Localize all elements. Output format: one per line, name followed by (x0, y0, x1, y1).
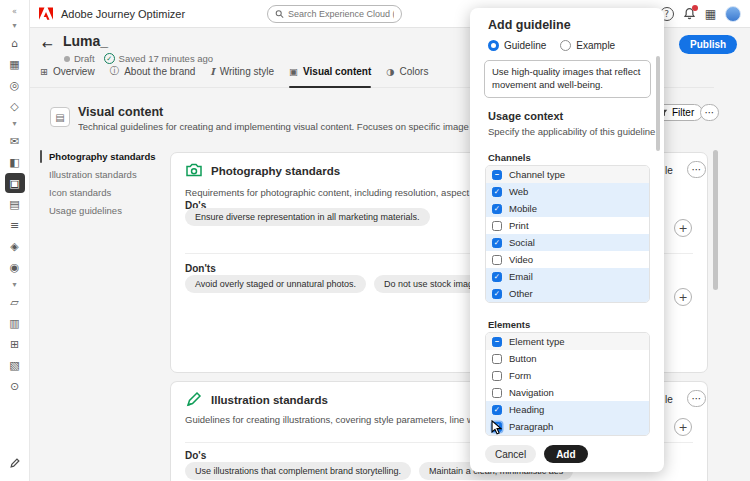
cancel-button[interactable]: Cancel (485, 445, 536, 463)
add-guideline-button[interactable]: + (674, 418, 692, 436)
tab-writing-style[interactable]: I Writing style (210, 63, 274, 87)
checkbox[interactable] (492, 354, 502, 364)
campaigns-icon[interactable]: ◎ (5, 75, 25, 95)
element-row-heading[interactable]: Heading (486, 401, 649, 418)
channel-row-web[interactable]: Web (486, 183, 649, 200)
channel-row-print[interactable]: Print (486, 217, 649, 234)
checkbox[interactable] (492, 289, 502, 299)
schemas-icon[interactable]: ▧ (5, 355, 25, 375)
add-example-button-partial[interactable]: le (665, 394, 673, 405)
chevron-down-icon[interactable]: ▾ (5, 117, 25, 130)
global-search[interactable] (267, 5, 402, 23)
edit-pencil-icon[interactable] (5, 453, 25, 473)
dos-chips: Ensure diverse representation in all mar… (185, 208, 430, 226)
guideline-chip[interactable]: Avoid overly staged or unnatural photos. (185, 275, 366, 293)
dialog-scrollbar[interactable] (656, 56, 660, 151)
avatar[interactable] (725, 6, 741, 22)
subnav-item-illustration-standards[interactable]: Illustration standards (40, 167, 168, 182)
dialog-actions: Cancel Add (485, 445, 588, 463)
reports-icon[interactable]: ▤ (5, 194, 25, 214)
add-button[interactable]: Add (544, 445, 587, 463)
radio-guideline-control[interactable] (488, 40, 499, 51)
checkbox[interactable] (492, 255, 502, 265)
apps-icon[interactable]: ▦ (5, 54, 25, 74)
checkbox[interactable] (492, 371, 502, 381)
card-title: Illustration standards (211, 394, 328, 406)
checkbox[interactable] (492, 238, 502, 248)
assets-icon[interactable]: ▱ (5, 292, 25, 312)
search-input[interactable] (288, 9, 394, 19)
channel-row-other[interactable]: Other (486, 285, 649, 302)
card-more-button[interactable]: ⋯ (687, 390, 706, 407)
back-button[interactable]: ← (42, 37, 53, 52)
page-scrollbar[interactable] (713, 150, 718, 290)
collapse-rail-icon[interactable]: « (5, 5, 25, 18)
settings-icon[interactable]: ⊙ (5, 376, 25, 396)
element-label: Paragraph (509, 421, 553, 432)
chevron-down-icon[interactable]: ▾ (5, 19, 25, 32)
experiments-icon[interactable]: ◇ (5, 96, 25, 116)
radio-example[interactable]: Example (560, 40, 615, 51)
channel-row-mobile[interactable]: Mobile (486, 200, 649, 217)
guideline-chip[interactable]: Ensure diverse representation in all mar… (185, 208, 430, 226)
notifications-bell-icon[interactable] (683, 7, 696, 20)
subnav-item-icon-standards[interactable]: Icon standards (40, 185, 168, 200)
element-label: Navigation (509, 387, 554, 398)
chevron-down-icon[interactable]: ▾ (5, 278, 25, 291)
tab-colors[interactable]: ◑ Colors (386, 63, 428, 87)
channel-row-social[interactable]: Social (486, 234, 649, 251)
element-row-form[interactable]: Form (486, 367, 649, 384)
publish-button[interactable]: Publish (679, 35, 737, 54)
globe-icon[interactable]: ◉ (5, 257, 25, 277)
element-label: Heading (509, 404, 544, 415)
radio-example-control[interactable] (560, 40, 571, 51)
adobe-logo-icon[interactable] (39, 7, 53, 20)
tab-about-the-brand[interactable]: ⓘ About the brand (110, 63, 196, 87)
add-dont-button[interactable]: + (674, 288, 692, 306)
lists-icon[interactable]: ≡ (5, 215, 25, 235)
column-header: Element type (509, 336, 564, 347)
guideline-chip[interactable]: Use illustrations that complement brand … (185, 462, 411, 480)
section-more-button[interactable]: ⋯ (700, 104, 719, 121)
channel-row-email[interactable]: Email (486, 268, 649, 285)
checkbox[interactable] (492, 272, 502, 282)
checkbox[interactable] (492, 204, 502, 214)
app-switcher-icon[interactable]: ▦ (705, 7, 716, 21)
guideline-text-input[interactable]: Use high-quality images that reflect mov… (484, 60, 651, 98)
page-title: Luma_ (63, 33, 108, 49)
element-row-paragraph[interactable]: Paragraph (486, 418, 649, 435)
element-type-header-row[interactable]: Element type (486, 333, 649, 350)
messages-icon[interactable]: ✉ (5, 131, 25, 151)
checkbox[interactable] (492, 388, 502, 398)
brand-icon[interactable]: ▣ (5, 173, 25, 193)
subnav-item-photography-standards[interactable]: Photography standards (40, 149, 168, 164)
datasets-icon[interactable]: ⊞ (5, 334, 25, 354)
card-more-button[interactable]: ⋯ (687, 161, 706, 178)
checkbox[interactable] (492, 221, 502, 231)
element-row-navigation[interactable]: Navigation (486, 384, 649, 401)
section-icon: ▤ (50, 107, 70, 127)
select-all-elements-checkbox[interactable] (492, 337, 502, 347)
channel-type-header-row[interactable]: Channel type (486, 166, 649, 183)
dialog-title: Add guideline (488, 18, 571, 32)
tab-label: Overview (53, 66, 95, 77)
element-row-button[interactable]: Button (486, 350, 649, 367)
tab-visual-content[interactable]: ▣ Visual content (289, 63, 371, 87)
radio-guideline[interactable]: Guideline (488, 40, 546, 51)
templates-icon[interactable]: ▥ (5, 313, 25, 333)
home-icon[interactable]: ⌂ (5, 33, 25, 53)
subnav-item-usage-guidelines[interactable]: Usage guidelines (40, 203, 168, 218)
flag-icon[interactable]: ◧ (5, 152, 25, 172)
dos-label: Do's (185, 450, 206, 461)
usage-context-title: Usage context (488, 110, 563, 122)
channel-row-video[interactable]: Video (486, 251, 649, 268)
tab-overview[interactable]: ⊞ Overview (40, 63, 95, 87)
checkbox[interactable] (492, 405, 502, 415)
audiences-icon[interactable]: ◈ (5, 236, 25, 256)
add-do-button[interactable]: + (674, 219, 692, 237)
checkbox[interactable] (492, 187, 502, 197)
element-label: Button (509, 353, 536, 364)
radio-label: Guideline (504, 40, 546, 51)
add-example-button-partial[interactable]: le (665, 165, 673, 176)
select-all-channels-checkbox[interactable] (492, 170, 502, 180)
